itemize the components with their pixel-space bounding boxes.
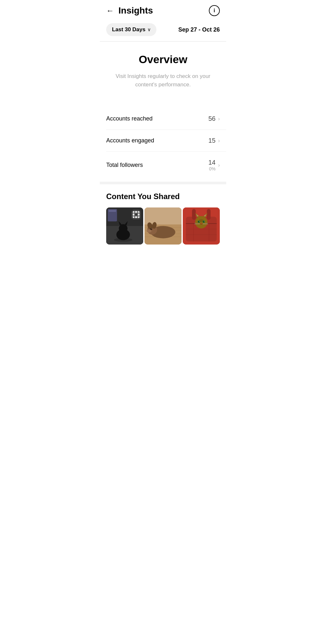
overview-title: Overview: [106, 53, 220, 66]
stat-value-accounts-engaged: 15: [208, 137, 215, 144]
date-filter-label: Last 30 Days: [112, 26, 145, 33]
stat-right-total-followers: 14 0% ›: [208, 159, 220, 171]
svg-rect-14: [137, 211, 138, 219]
svg-rect-31: [192, 209, 196, 220]
svg-rect-12: [132, 216, 140, 216]
overview-subtitle: Visit Insights regularly to check on you…: [115, 72, 211, 89]
svg-rect-8: [109, 210, 116, 212]
section-divider: [100, 182, 226, 184]
stat-value-total-followers: 14: [208, 159, 215, 166]
svg-point-27: [150, 228, 152, 230]
content-section-title: Content You Shared: [106, 192, 220, 201]
stat-row-accounts-engaged[interactable]: Accounts engaged 15 ›: [106, 130, 226, 152]
chevron-down-icon: ∨: [147, 27, 151, 32]
stat-label-total-followers: Total followers: [106, 162, 143, 168]
stat-sub-total-followers: 0%: [208, 166, 215, 171]
image-grid: [106, 207, 220, 245]
date-filter-row: Last 30 Days ∨ Sep 27 - Oct 26: [100, 20, 226, 41]
stat-label-accounts-reached: Accounts reached: [106, 115, 153, 122]
svg-point-34: [195, 216, 207, 228]
svg-point-4: [119, 224, 127, 233]
date-range-label: Sep 27 - Oct 26: [178, 26, 220, 33]
svg-point-45: [199, 221, 200, 222]
content-thumb-2[interactable]: [144, 207, 182, 245]
svg-rect-13: [135, 211, 135, 219]
chevron-right-icon-engaged: ›: [218, 138, 220, 144]
date-filter-pill[interactable]: Last 30 Days ∨: [106, 23, 156, 36]
svg-rect-11: [132, 213, 140, 214]
stat-right-accounts-reached: 56 ›: [208, 115, 220, 122]
header: ← Insights i: [100, 0, 226, 20]
info-icon: i: [214, 8, 215, 14]
svg-rect-32: [207, 209, 211, 220]
chevron-right-icon-reached: ›: [218, 116, 220, 122]
svg-point-46: [204, 221, 204, 222]
chevron-right-icon-followers: ›: [218, 162, 220, 168]
info-button[interactable]: i: [209, 5, 220, 16]
stat-label-accounts-engaged: Accounts engaged: [106, 137, 154, 144]
content-thumb-1[interactable]: [106, 207, 143, 245]
content-section: Content You Shared: [100, 184, 226, 251]
stat-row-accounts-reached[interactable]: Accounts reached 56 ›: [106, 108, 226, 130]
content-thumb-3[interactable]: [183, 207, 220, 245]
stat-value-accounts-reached: 56: [208, 115, 215, 122]
svg-point-15: [135, 214, 137, 216]
svg-point-28: [151, 228, 152, 229]
back-button[interactable]: ←: [106, 6, 114, 15]
stats-list: Accounts reached 56 › Accounts engaged 1…: [100, 105, 226, 182]
stat-right-accounts-engaged: 15 ›: [208, 137, 220, 144]
page-title: Insights: [118, 5, 209, 16]
reels-badge: [132, 210, 141, 219]
overview-section: Overview Visit Insights regularly to che…: [100, 42, 226, 105]
stat-row-total-followers[interactable]: Total followers 14 0% ›: [106, 152, 226, 178]
